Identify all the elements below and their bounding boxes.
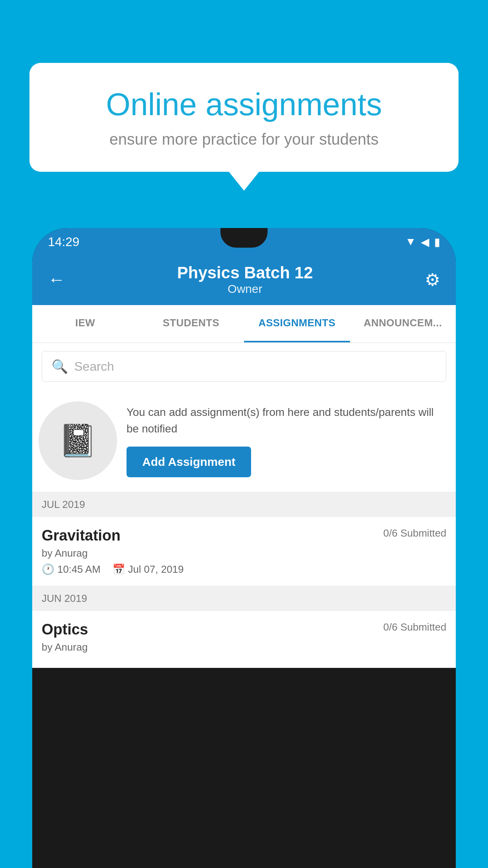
search-icon: 🔍 bbox=[51, 359, 68, 374]
tab-overview[interactable]: IEW bbox=[32, 305, 138, 342]
assignment-top-row-optics: Optics 0/6 Submitted bbox=[42, 621, 446, 638]
app-header: ← Physics Batch 12 Owner ⚙ bbox=[32, 256, 456, 305]
date-value: Jul 07, 2019 bbox=[128, 563, 184, 576]
header-subtitle: Owner bbox=[177, 282, 313, 296]
status-bar: 14:29 ▼ ◀ ▮ bbox=[32, 228, 456, 256]
speech-bubble: Online assignments ensure more practice … bbox=[29, 63, 459, 172]
speech-bubble-subtitle: ensure more practice for your students bbox=[57, 131, 431, 148]
phone-content: 🔍 Search 📓 You can add assignment(s) fro… bbox=[32, 343, 456, 668]
assignment-item-optics[interactable]: Optics 0/6 Submitted by Anurag bbox=[32, 611, 456, 668]
section-header-jul: JUL 2019 bbox=[32, 492, 456, 517]
tab-announcements[interactable]: ANNOUNCEM... bbox=[350, 305, 456, 342]
speech-bubble-container: Online assignments ensure more practice … bbox=[29, 63, 459, 172]
promo-description: You can add assignment(s) from here and … bbox=[127, 404, 446, 437]
settings-icon[interactable]: ⚙ bbox=[425, 270, 440, 290]
assignment-title-gravitation: Gravitation bbox=[42, 527, 121, 544]
tab-assignments[interactable]: ASSIGNMENTS bbox=[244, 305, 350, 342]
calendar-icon: 📅 bbox=[112, 563, 125, 576]
battery-icon: ▮ bbox=[434, 235, 440, 248]
wifi-icon: ▼ bbox=[405, 235, 416, 248]
search-bar[interactable]: 🔍 Search bbox=[42, 351, 446, 382]
assignment-date-gravitation: 📅 Jul 07, 2019 bbox=[112, 563, 184, 576]
header-title-block: Physics Batch 12 Owner bbox=[177, 263, 313, 296]
search-placeholder: Search bbox=[74, 359, 114, 374]
signal-icon: ◀ bbox=[421, 235, 429, 248]
promo-icon-circle: 📓 bbox=[39, 401, 117, 480]
assignment-author-optics: by Anurag bbox=[42, 641, 446, 653]
time-value: 10:45 AM bbox=[57, 563, 101, 576]
header-title: Physics Batch 12 bbox=[177, 263, 313, 282]
assignment-author-gravitation: by Anurag bbox=[42, 547, 446, 559]
status-time: 14:29 bbox=[48, 235, 79, 249]
assignment-item-gravitation[interactable]: Gravitation 0/6 Submitted by Anurag 🕐 10… bbox=[32, 517, 456, 586]
assignment-top-row: Gravitation 0/6 Submitted bbox=[42, 527, 446, 544]
add-assignment-button[interactable]: Add Assignment bbox=[127, 447, 251, 477]
back-icon[interactable]: ← bbox=[48, 270, 65, 289]
assignment-submitted-gravitation: 0/6 Submitted bbox=[383, 527, 446, 539]
speech-bubble-title: Online assignments bbox=[57, 86, 431, 123]
assignment-meta-gravitation: 🕐 10:45 AM 📅 Jul 07, 2019 bbox=[42, 563, 446, 576]
section-header-jun: JUN 2019 bbox=[32, 586, 456, 611]
promo-text-block: You can add assignment(s) from here and … bbox=[127, 404, 446, 477]
tab-students[interactable]: STUDENTS bbox=[138, 305, 244, 342]
phone-notch bbox=[220, 228, 268, 248]
tabs-bar: IEW STUDENTS ASSIGNMENTS ANNOUNCEM... bbox=[32, 305, 456, 343]
assignment-submitted-optics: 0/6 Submitted bbox=[383, 621, 446, 633]
phone-frame: 14:29 ▼ ◀ ▮ ← Physics Batch 12 Owner ⚙ I… bbox=[32, 228, 456, 868]
assignment-title-optics: Optics bbox=[42, 621, 88, 638]
promo-area: 📓 You can add assignment(s) from here an… bbox=[32, 390, 456, 492]
search-container: 🔍 Search bbox=[32, 343, 456, 390]
clock-icon: 🕐 bbox=[42, 563, 54, 576]
notebook-icon: 📓 bbox=[58, 422, 97, 459]
status-icons: ▼ ◀ ▮ bbox=[405, 235, 440, 248]
assignment-time-gravitation: 🕐 10:45 AM bbox=[42, 563, 101, 576]
